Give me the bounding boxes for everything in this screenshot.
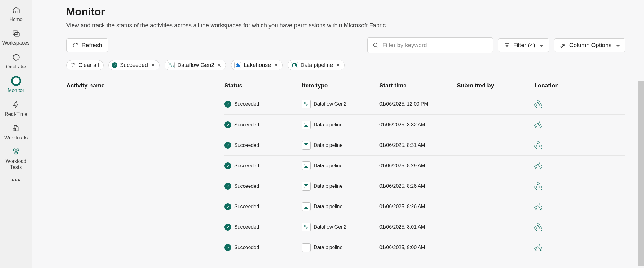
itemtype-cell: Data pipeline [302, 182, 379, 191]
onelake-icon [11, 52, 21, 62]
dataflow-icon [302, 223, 311, 231]
pipeline-icon [302, 121, 311, 129]
location-cell [534, 203, 621, 210]
workload-tests-icon [11, 147, 21, 157]
start-time: 01/06/2025, 8:31 AM [379, 143, 457, 148]
status-badge: Succeeded [224, 203, 259, 210]
location-cell [534, 101, 621, 108]
rail-label: Home [9, 17, 23, 22]
search-input-wrapper[interactable] [367, 37, 493, 53]
home-icon [11, 5, 21, 15]
start-time: 01/06/2025, 8:00 AM [379, 245, 457, 250]
search-icon [373, 42, 379, 48]
rail-item-workspaces[interactable]: Workspaces [0, 25, 32, 49]
col-status[interactable]: Status [224, 82, 302, 89]
col-location[interactable]: Location [534, 82, 621, 89]
chip-label: Dataflow Gen2 [177, 62, 214, 68]
remove-chip-icon[interactable]: ✕ [336, 62, 340, 68]
table-row[interactable]: SucceededData pipeline01/06/2025, 8:31 A… [66, 135, 625, 155]
remove-chip-icon[interactable]: ✕ [274, 62, 278, 68]
success-icon [224, 224, 231, 231]
rail-item-home[interactable]: Home [0, 2, 32, 25]
status-text: Succeeded [234, 204, 259, 209]
lakehouse-icon [234, 62, 241, 68]
success-icon [224, 162, 231, 169]
status-badge: Succeeded [224, 101, 259, 108]
rail-label: OneLake [6, 64, 26, 70]
status-text: Succeeded [234, 122, 259, 128]
table-row[interactable]: SucceededDataflow Gen201/06/2025, 8:01 A… [66, 217, 625, 237]
itemtype-text: Data pipeline [314, 204, 342, 209]
clear-filter-icon [70, 62, 76, 68]
itemtype-cell: Dataflow Gen2 [302, 100, 379, 108]
success-icon [224, 121, 231, 128]
rail-label: Workspaces [2, 40, 30, 46]
col-submitter[interactable]: Submitted by [457, 82, 534, 89]
rail-item-workload-tests[interactable]: Workload Tests [0, 144, 32, 173]
dataflow-icon [302, 100, 311, 108]
workspace-icon [534, 101, 542, 108]
main-content: Monitor View and track the status of the… [32, 0, 644, 268]
success-icon [224, 203, 231, 210]
start-time: 01/06/2025, 8:01 AM [379, 224, 457, 230]
table-row[interactable]: SucceededData pipeline01/06/2025, 8:32 A… [66, 114, 625, 135]
pipeline-icon [302, 161, 311, 170]
chip-type-pipeline[interactable]: Data pipeline ✕ [288, 60, 345, 70]
success-icon [224, 101, 231, 108]
rail-item-realtime[interactable]: Real-Time [0, 97, 32, 120]
chip-label: Lakehouse [244, 62, 271, 68]
status-badge: Succeeded [224, 162, 259, 169]
success-icon [224, 244, 231, 251]
table-row[interactable]: SucceededData pipeline01/06/2025, 8:26 A… [66, 176, 625, 196]
table-row[interactable]: SucceededData pipeline01/06/2025, 8:29 A… [66, 155, 625, 176]
itemtype-text: Dataflow Gen2 [314, 101, 346, 107]
table-row[interactable]: SucceededData pipeline01/06/2025, 8:26 A… [66, 196, 625, 217]
location-cell [534, 162, 621, 169]
rail-item-onelake[interactable]: OneLake [0, 49, 32, 73]
itemtype-cell: Data pipeline [302, 121, 379, 129]
itemtype-text: Data pipeline [314, 183, 342, 189]
start-time: 01/06/2025, 8:26 AM [379, 183, 457, 189]
rail-item-monitor[interactable]: Monitor [0, 73, 32, 96]
chip-status-succeeded[interactable]: Succeeded ✕ [108, 60, 160, 70]
filter-icon [504, 42, 510, 48]
remove-chip-icon[interactable]: ✕ [151, 62, 155, 68]
rail-label: Workloads [4, 135, 28, 141]
workspace-icon [534, 183, 542, 190]
start-time: 01/06/2025, 8:29 AM [379, 163, 457, 169]
remove-chip-icon[interactable]: ✕ [217, 62, 221, 68]
workspace-icon [534, 162, 542, 169]
success-icon [224, 183, 231, 190]
col-start[interactable]: Start time [379, 82, 457, 89]
search-input[interactable] [382, 42, 488, 49]
table-row[interactable]: SucceededData pipeline01/06/2025, 8:00 A… [66, 237, 625, 257]
table-row[interactable]: SucceededDataflow Gen201/06/2025, 12:00 … [66, 94, 625, 114]
chevron-down-icon [540, 45, 543, 47]
filter-label: Filter (4) [513, 42, 535, 49]
toolbar: Refresh Filter (4) Column Options [66, 37, 625, 53]
refresh-button[interactable]: Refresh [66, 38, 108, 52]
location-cell [534, 244, 621, 251]
start-time: 01/06/2025, 12:00 PM [379, 101, 457, 107]
rail-more-button[interactable]: ••• [11, 176, 20, 184]
clear-all-chip[interactable]: Clear all [66, 60, 104, 70]
status-text: Succeeded [234, 143, 259, 148]
col-itemtype[interactable]: Item type [302, 82, 379, 89]
chip-type-lakehouse[interactable]: Lakehouse ✕ [231, 60, 283, 70]
status-badge: Succeeded [224, 244, 259, 251]
workspace-icon [534, 224, 542, 231]
filter-button[interactable]: Filter (4) [498, 38, 549, 52]
status-text: Succeeded [234, 183, 259, 189]
rail-item-workloads[interactable]: Workloads [0, 120, 32, 144]
itemtype-cell: Data pipeline [302, 141, 379, 150]
col-activity[interactable]: Activity name [66, 82, 224, 89]
refresh-icon [72, 42, 78, 48]
chip-type-dataflow[interactable]: Dataflow Gen2 ✕ [165, 60, 226, 70]
location-cell [534, 142, 621, 149]
scrollbar[interactable] [638, 81, 644, 266]
left-nav-rail: Home Workspaces OneLake Monitor Real-Tim… [0, 0, 32, 268]
svg-rect-4 [13, 128, 16, 131]
status-text: Succeeded [234, 245, 259, 250]
column-options-button[interactable]: Column Options [554, 38, 625, 52]
itemtype-cell: Data pipeline [302, 243, 379, 252]
